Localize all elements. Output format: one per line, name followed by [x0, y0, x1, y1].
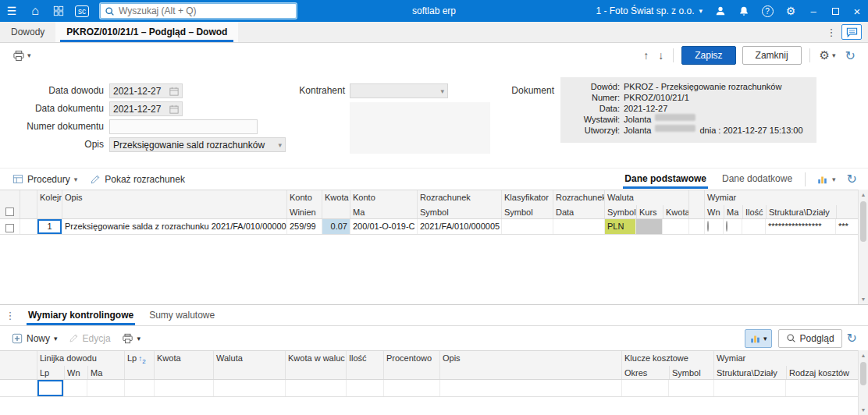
col-kwota[interactable]: Kwota	[155, 351, 214, 379]
pokaz-rozrachunek-button[interactable]: Pokaż rozrachunek	[84, 170, 191, 189]
select-all-checkbox[interactable]	[0, 190, 20, 218]
col-waluta[interactable]: Waluta	[214, 351, 286, 379]
numer-dokumentu-field[interactable]	[109, 119, 258, 134]
cell-lp-selected[interactable]: 1	[37, 219, 62, 234]
cell-waluta-kurs[interactable]	[636, 219, 663, 234]
podglad-button[interactable]: Podgląd	[778, 329, 842, 348]
cell-kwota[interactable]: 0.07	[322, 219, 350, 234]
tab-dane-dodatkowe[interactable]: Dane dodatkowe	[714, 170, 800, 188]
main-grid-vscrollbar[interactable]: ▲ ▼	[858, 190, 868, 304]
cell-ma-radio[interactable]	[724, 219, 742, 234]
col-procentowo[interactable]: Procentowo	[384, 351, 440, 379]
bottom-grid-row[interactable]	[0, 380, 868, 397]
cell-konto-winien[interactable]: 259/99	[287, 219, 322, 234]
cell-lp2[interactable]	[125, 380, 155, 396]
nowy-button[interactable]: Nowy ▾	[6, 329, 63, 348]
cell-ilosc[interactable]	[742, 219, 766, 234]
close-window-button[interactable]: ×	[846, 0, 868, 22]
search-input[interactable]	[119, 5, 292, 16]
colgroup-wymiar[interactable]: Wymiar Wn Ma Ilość Struktura\Działy	[705, 190, 858, 218]
cell-struktura[interactable]	[714, 380, 786, 396]
col-opis[interactable]: Opis	[440, 351, 622, 379]
cell-waluta-kwota[interactable]	[663, 219, 689, 234]
grid-refresh-icon[interactable]: ↻	[842, 170, 862, 189]
col-waluta-kurs[interactable]: Kurs	[636, 205, 663, 218]
sc-badge-icon[interactable]: sc	[70, 0, 94, 22]
notifications-bell-icon[interactable]	[732, 0, 756, 22]
radio-ma[interactable]	[726, 221, 727, 232]
cell-klasyfikator[interactable]	[502, 219, 553, 234]
col-ilosc[interactable]: Ilość	[742, 205, 766, 218]
colgroup-wymiar[interactable]: Wymiar Struktura\Działy Rodzaj kosztów	[714, 351, 858, 379]
view-settings-gear-icon[interactable]: ⚙ ▾	[815, 46, 841, 65]
bottom-refresh-icon[interactable]: ↻	[842, 329, 862, 348]
cell-struktura[interactable]: ****************	[766, 219, 836, 234]
col-ma[interactable]: Ma	[724, 205, 742, 218]
col-rozrachunek-data[interactable]: RozrachunekData	[553, 190, 605, 218]
cell-lp-selected[interactable]	[37, 380, 64, 396]
scroll-thumb[interactable]	[860, 362, 866, 385]
move-down-button[interactable]: ↓	[653, 46, 668, 65]
data-dokumentu-field[interactable]: 2021-12-27	[109, 101, 183, 116]
col-symbol[interactable]: Symbol	[669, 366, 714, 379]
scroll-thumb[interactable]	[860, 201, 866, 242]
col-ilosc[interactable]: Ilość	[347, 351, 384, 379]
cell-opis[interactable]	[440, 380, 622, 396]
bottom-print-button[interactable]: ▾	[116, 329, 147, 348]
cell-ilosc[interactable]	[347, 380, 384, 396]
kontrahent-field[interactable]: ▾	[350, 83, 448, 98]
radio-wn[interactable]	[707, 221, 709, 232]
scroll-down-arrow[interactable]: ▼	[859, 405, 868, 415]
col-konto-ma[interactable]: KontoMa	[350, 190, 418, 218]
company-selector[interactable]: 1 - Foto Świat sp. z o.o. ▾	[589, 5, 709, 16]
col-struktura-dzialy[interactable]: Struktura\Działy	[714, 366, 786, 379]
help-icon[interactable]: ?	[756, 0, 779, 22]
tab-dowody[interactable]: Dowody	[0, 22, 55, 42]
cell-kwota[interactable]	[155, 380, 214, 396]
menu-icon[interactable]: ☰	[0, 0, 23, 22]
refresh-icon[interactable]: ↻	[841, 46, 860, 65]
chart-view-button[interactable]: ▾	[810, 170, 842, 189]
tab-dane-podstawowe[interactable]: Dane podstawowe	[617, 170, 714, 188]
col-kolejnosc[interactable]: Kolejr	[37, 190, 62, 218]
cell-opis[interactable]: Przeksięgowanie salda z rozrachunku 2021…	[62, 219, 287, 234]
cell-waluta-symbol[interactable]: PLN	[605, 219, 636, 234]
feedback-comment-icon[interactable]	[841, 24, 862, 40]
cell-procentowo[interactable]	[384, 380, 440, 396]
settings-gear-icon-titlebar[interactable]: ⚙	[779, 0, 802, 22]
scroll-up-arrow[interactable]: ▲	[859, 350, 868, 360]
user-icon[interactable]	[709, 0, 732, 22]
col-linijka-lp[interactable]: Lp	[37, 366, 64, 379]
col-lp[interactable]: Lp↑2	[125, 351, 155, 379]
grid-row[interactable]: 1 Przeksięgowanie salda z rozrachunku 20…	[0, 219, 868, 235]
cell-waluta[interactable]	[214, 380, 286, 396]
row-checkbox[interactable]	[0, 219, 20, 234]
tab-wymiary-kontrolingowe[interactable]: Wymiary kontrolingowe	[20, 307, 141, 325]
col-waluta-symbol[interactable]: Symbol	[605, 205, 636, 218]
home-icon[interactable]: ⌂	[23, 0, 47, 22]
tab-pkroz-podglad[interactable]: PKROZ/010/21/1 – Podgląd – Dowod	[55, 22, 238, 42]
edycja-button[interactable]: Edycja	[63, 329, 116, 348]
opis-field[interactable]: Przeksięgowanie sald rozrachunków ▾	[109, 137, 286, 152]
tab-sumy-walutowe[interactable]: Sumy walutowe	[141, 307, 222, 325]
global-search[interactable]	[100, 3, 297, 19]
col-kwota[interactable]: Kwota	[322, 190, 350, 218]
col-okres[interactable]: Okres	[622, 366, 669, 379]
col-struktura-dzialy[interactable]: Struktura\Działy	[766, 205, 836, 218]
colgroup-klucze-kosztowe[interactable]: Klucze kosztowe Okres Symbol	[622, 351, 714, 379]
data-dowodu-field[interactable]: 2021-12-27	[109, 83, 183, 98]
col-linijka-wn[interactable]: Wn	[64, 366, 87, 379]
col-linijka-ma[interactable]: Ma	[87, 366, 125, 379]
col-waluta-kwota[interactable]: Kwota	[663, 205, 689, 218]
cell-overflow[interactable]: ***	[836, 219, 858, 234]
colgroup-linijka-dowodu[interactable]: Linijka dowodu Lp Wn Ma	[37, 351, 125, 379]
col-kwota-w-walucie[interactable]: Kwota w waluc	[286, 351, 347, 379]
col-klasyfikator-symbol[interactable]: KlasyfikatorSymbol	[502, 190, 553, 218]
col-wn[interactable]: Wn	[705, 205, 724, 218]
cell-kwota-w-walucie[interactable]	[286, 380, 347, 396]
print-button[interactable]: ▾	[8, 46, 36, 65]
cell-konto-ma[interactable]: 200/01-O-019-C	[350, 219, 418, 234]
cell-symbol[interactable]	[669, 380, 714, 396]
procedury-button[interactable]: Procedury ▾	[6, 170, 84, 189]
save-button[interactable]: Zapisz	[681, 46, 735, 65]
